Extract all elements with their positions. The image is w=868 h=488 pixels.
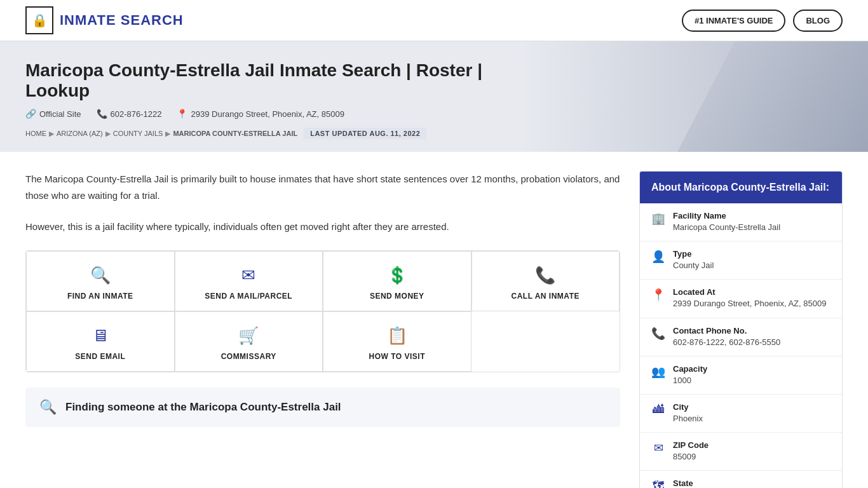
sidebar-heading: About Maricopa County-Estrella Jail: — [640, 172, 842, 203]
facility-value: Maricopa County-Estrella Jail — [673, 222, 780, 233]
breadcrumb-county-jails[interactable]: COUNTY JAILS — [113, 130, 163, 137]
phone-meta: 📞 602-876-1222 — [97, 109, 162, 119]
hero-banner: Maricopa County-Estrella Jail Inmate Sea… — [0, 41, 868, 152]
zip-icon: ✉ — [651, 441, 665, 455]
location-value: 2939 Durango Street, Phoenix, AZ, 85009 — [673, 298, 826, 309]
action-grid: 🔍 FIND AN INMATE ✉ SEND A MAIL/PARCEL 💲 … — [25, 250, 620, 372]
info-zip: ✉ ZIP Code 85009 — [640, 433, 842, 471]
phone-value: 602-876-1222, 602-876-5550 — [673, 337, 780, 348]
zip-content: ZIP Code 85009 — [673, 440, 709, 463]
last-updated-badge: LAST UPDATED AUG. 11, 2022 — [304, 128, 426, 139]
call-inmate-icon: 📞 — [535, 266, 555, 285]
commissary-label: COMMISSARY — [221, 352, 276, 361]
action-row-2: 🖥 SEND EMAIL 🛒 COMMISSARY 📋 HOW TO VISIT — [26, 311, 620, 372]
how-to-visit-label: HOW TO VISIT — [369, 352, 425, 361]
header: 🔒 INMATE SEARCH #1 INMATE'S GUIDE BLOG — [0, 0, 868, 41]
city-value: Phoenix — [673, 413, 703, 424]
action-row-1: 🔍 FIND AN INMATE ✉ SEND A MAIL/PARCEL 💲 … — [26, 251, 620, 311]
hero-background — [677, 41, 868, 152]
breadcrumb-sep: ▶ — [49, 130, 54, 138]
address-text: 2939 Durango Street, Phoenix, AZ, 85009 — [191, 109, 344, 119]
find-inmate-cell[interactable]: 🔍 FIND AN INMATE — [26, 251, 175, 311]
description-para2: However, this is a jail facility where t… — [25, 219, 620, 235]
find-section-icon: 🔍 — [39, 399, 57, 416]
logo-area: 🔒 INMATE SEARCH — [25, 6, 184, 34]
page-title: Maricopa County-Estrella Jail Inmate Sea… — [25, 60, 534, 101]
location-icon: 📍 — [177, 109, 187, 119]
guide-button[interactable]: #1 INMATE'S GUIDE — [682, 10, 785, 32]
send-email-icon: 🖥 — [92, 326, 109, 346]
phone-sidebar-icon: 📞 — [651, 327, 665, 341]
sidebar-body: 🏢 Facility Name Maricopa County-Estrella… — [640, 203, 842, 488]
how-to-visit-icon: 📋 — [387, 326, 407, 346]
capacity-value: 1000 — [673, 375, 707, 386]
official-site-label: Official Site — [39, 109, 81, 119]
send-money-cell[interactable]: 💲 SEND MONEY — [323, 251, 471, 311]
send-money-icon: 💲 — [387, 266, 407, 285]
type-content: Type County Jail — [673, 249, 714, 271]
type-value: County Jail — [673, 260, 714, 271]
phone-number: 602-876-1222 — [111, 109, 162, 119]
state-label: State — [673, 478, 719, 488]
facility-content: Facility Name Maricopa County-Estrella J… — [673, 211, 780, 233]
location-pin-icon: 📍 — [651, 288, 665, 302]
commissary-cell[interactable]: 🛒 COMMISSARY — [175, 311, 323, 372]
send-mail-icon: ✉ — [241, 266, 255, 285]
city-icon: 🏙 — [651, 403, 665, 416]
call-inmate-cell[interactable]: 📞 CALL AN INMATE — [471, 251, 620, 311]
breadcrumb: HOME ▶ ARIZONA (AZ) ▶ COUNTY JAILS ▶ MAR… — [25, 130, 297, 138]
info-state: 🗺 State Arizona (AZ) — [640, 471, 842, 488]
find-inmate-icon: 🔍 — [90, 266, 111, 285]
location-content: Located At 2939 Durango Street, Phoenix,… — [673, 287, 826, 309]
info-located-at: 📍 Located At 2939 Durango Street, Phoeni… — [640, 280, 842, 318]
phone-icon: 📞 — [97, 109, 107, 119]
official-site-link[interactable]: 🔗 Official Site — [25, 109, 81, 119]
breadcrumb-home[interactable]: HOME — [25, 130, 46, 137]
type-label: Type — [673, 249, 714, 259]
main-layout: The Maricopa County-Estrella Jail is pri… — [0, 152, 868, 488]
description-para1: The Maricopa County-Estrella Jail is pri… — [25, 171, 620, 203]
how-to-visit-cell[interactable]: 📋 HOW TO VISIT — [323, 311, 471, 372]
state-icon: 🗺 — [651, 479, 665, 488]
sidebar-card: About Maricopa County-Estrella Jail: 🏢 F… — [639, 171, 843, 488]
capacity-content: Capacity 1000 — [673, 364, 707, 386]
link-icon: 🔗 — [25, 109, 36, 119]
sidebar: About Maricopa County-Estrella Jail: 🏢 F… — [639, 171, 843, 488]
blog-button[interactable]: BLOG — [793, 10, 843, 32]
send-mail-cell[interactable]: ✉ SEND A MAIL/PARCEL — [175, 251, 323, 311]
zip-label: ZIP Code — [673, 440, 709, 450]
info-phone: 📞 Contact Phone No. 602-876-1222, 602-87… — [640, 318, 842, 356]
main-content: The Maricopa County-Estrella Jail is pri… — [25, 171, 639, 488]
call-inmate-label: CALL AN INMATE — [512, 292, 580, 301]
header-nav: #1 INMATE'S GUIDE BLOG — [682, 10, 843, 32]
capacity-icon: 👥 — [651, 365, 665, 379]
info-capacity: 👥 Capacity 1000 — [640, 356, 842, 395]
phone-label: Contact Phone No. — [673, 326, 780, 336]
send-email-label: SEND EMAIL — [75, 352, 125, 361]
info-city: 🏙 City Phoenix — [640, 395, 842, 433]
phone-content: Contact Phone No. 602-876-1222, 602-876-… — [673, 326, 780, 348]
city-content: City Phoenix — [673, 402, 703, 424]
logo-icon: 🔒 — [25, 6, 53, 34]
facility-icon: 🏢 — [651, 212, 665, 226]
capacity-label: Capacity — [673, 364, 707, 374]
send-email-cell[interactable]: 🖥 SEND EMAIL — [26, 311, 175, 372]
breadcrumb-sep3: ▶ — [165, 130, 170, 138]
find-inmate-label: FIND AN INMATE — [67, 292, 133, 301]
find-section-text: Finding someone at the Maricopa County-E… — [65, 401, 341, 414]
zip-value: 85009 — [673, 451, 709, 463]
info-facility-name: 🏢 Facility Name Maricopa County-Estrella… — [640, 203, 842, 241]
breadcrumb-state[interactable]: ARIZONA (AZ) — [57, 130, 103, 137]
logo-text: INMATE SEARCH — [60, 12, 184, 29]
breadcrumb-current: MARICOPA COUNTY-ESTRELLA JAIL — [173, 130, 297, 137]
location-label: Located At — [673, 287, 826, 297]
breadcrumb-sep2: ▶ — [105, 130, 111, 138]
commissary-icon: 🛒 — [238, 326, 259, 346]
send-mail-label: SEND A MAIL/PARCEL — [205, 292, 292, 301]
type-icon: 👤 — [651, 250, 665, 264]
city-label: City — [673, 402, 703, 412]
facility-label: Facility Name — [673, 211, 780, 220]
send-money-label: SEND MONEY — [370, 292, 424, 301]
find-section[interactable]: 🔍 Finding someone at the Maricopa County… — [25, 388, 620, 427]
info-type: 👤 Type County Jail — [640, 241, 842, 280]
